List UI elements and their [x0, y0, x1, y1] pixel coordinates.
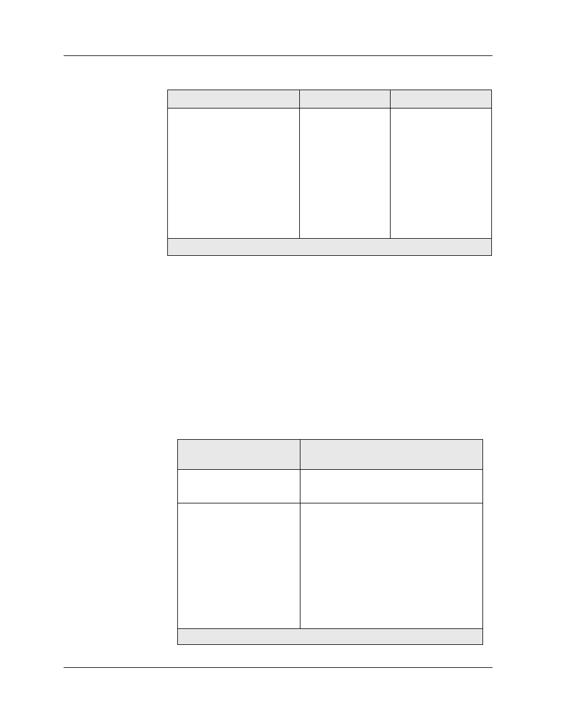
- table-footer-cell: [178, 629, 483, 645]
- table-cell: [300, 503, 483, 629]
- divider-bottom: [64, 667, 492, 668]
- table-header-cell: [300, 440, 483, 470]
- table-1: [167, 90, 492, 256]
- table-header-cell: [391, 90, 492, 108]
- table-2: [177, 439, 483, 645]
- table-footer-cell: [168, 239, 492, 256]
- table-row: [168, 90, 492, 108]
- table-cell: [391, 108, 492, 239]
- table-row: [168, 108, 492, 239]
- table-row: [168, 239, 492, 256]
- table-cell: [178, 503, 300, 629]
- table-cell: [168, 108, 300, 239]
- table-header-cell: [168, 90, 300, 108]
- table-header-cell: [300, 90, 391, 108]
- table-row: [178, 503, 483, 629]
- divider-top: [64, 55, 492, 56]
- table-header-cell: [178, 440, 300, 470]
- table-row: [178, 440, 483, 470]
- table-row: [178, 629, 483, 645]
- table-cell: [300, 108, 391, 239]
- table-cell: [300, 470, 483, 503]
- table-row: [178, 470, 483, 503]
- table-cell: [178, 470, 300, 503]
